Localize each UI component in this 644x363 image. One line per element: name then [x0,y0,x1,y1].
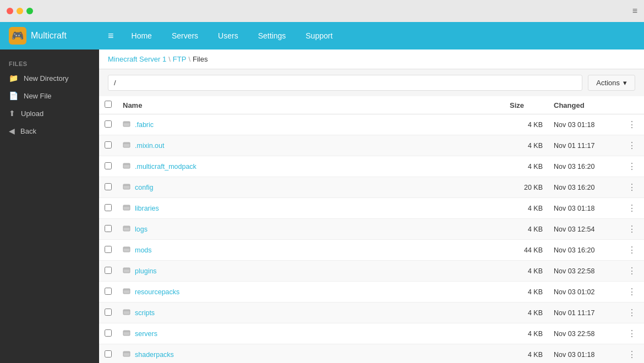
row-actions-cell: ⋮ [620,156,644,177]
sidebar-item-new-file[interactable]: 📄 New File [0,87,99,105]
row-changed: Nov 03 01:18 [548,114,620,135]
table-row: .multicraft_modpack 4 KB Nov 03 16:20 ⋮ [99,156,644,177]
row-menu-button[interactable]: ⋮ [625,306,638,319]
row-menu-button[interactable]: ⋮ [625,118,638,131]
row-actions-cell: ⋮ [620,344,644,364]
row-menu-button[interactable]: ⋮ [625,327,638,340]
row-checkbox[interactable] [105,309,112,316]
breadcrumb-sep-1: \ [168,55,171,63]
sidebar-item-back[interactable]: ◀ Back [0,122,99,140]
row-name-cell: .mixin.out [117,135,504,156]
actions-button[interactable]: Actions ▾ [588,75,635,91]
row-menu-button[interactable]: ⋮ [625,348,638,361]
row-checkbox[interactable] [105,141,112,148]
row-name[interactable]: libraries [135,205,159,212]
nav-toggle-icon[interactable]: ≡ [99,30,123,42]
svg-rect-9 [123,205,126,206]
nav-link-support[interactable]: Support [297,22,341,50]
svg-rect-15 [123,268,126,269]
row-menu-button[interactable]: ⋮ [625,202,638,215]
nav-link-users[interactable]: Users [209,22,247,50]
row-checkbox[interactable] [105,329,112,337]
nav-link-home[interactable]: Home [123,22,161,50]
row-menu-button[interactable]: ⋮ [625,285,638,298]
folder-icon [123,162,130,171]
path-bar: Actions ▾ [99,69,644,96]
row-checkbox[interactable] [105,225,112,232]
row-name-cell: servers [117,323,504,344]
sidebar-label-back: Back [20,127,36,135]
maximize-button[interactable] [26,8,33,14]
row-menu-button[interactable]: ⋮ [625,160,638,173]
brand-area: 🎮 Multicraft [0,22,99,50]
nav-link-servers[interactable]: Servers [163,22,207,50]
row-checkbox[interactable] [105,120,112,128]
th-checkbox [99,96,117,114]
row-name[interactable]: .multicraft_modpack [135,163,197,170]
sidebar-item-upload[interactable]: ⬆ Upload [0,105,99,122]
folder-icon [123,224,130,234]
nav-links: Home Servers Users Settings Support [123,22,342,50]
row-checkbox[interactable] [105,267,112,274]
row-checkbox-cell [99,198,117,219]
row-name[interactable]: shaderpacks [135,351,174,359]
folder-icon [123,141,130,150]
sidebar-label-new-file: New File [24,92,52,100]
row-name[interactable]: plugins [135,267,157,275]
row-name[interactable]: logs [135,226,148,233]
actions-chevron-icon: ▾ [623,79,627,87]
nav-link-settings[interactable]: Settings [249,22,295,50]
row-actions-cell: ⋮ [620,177,644,198]
sidebar-item-new-directory[interactable]: 📁 New Directory [0,69,99,87]
upload-icon: ⬆ [9,109,15,118]
row-name[interactable]: .mixin.out [135,142,165,150]
row-menu-button[interactable]: ⋮ [625,181,638,194]
row-name[interactable]: config [135,184,153,191]
path-input[interactable] [108,75,582,91]
row-changed: Nov 03 22:58 [548,323,620,344]
file-table: Name Size Changed .fabric 4 KB Nov 03 01… [99,96,644,363]
row-checkbox[interactable] [105,162,112,169]
sidebar-section-files: FILES [0,54,99,69]
folder-icon [123,308,130,317]
breadcrumb-ftp[interactable]: FTP [173,55,187,63]
row-checkbox[interactable] [105,204,112,211]
row-size: 4 KB [504,156,548,177]
row-checkbox-cell [99,261,117,282]
row-menu-button[interactable]: ⋮ [625,244,638,256]
row-name-cell: mods [117,240,504,261]
row-size: 4 KB [504,198,548,219]
table-row: scripts 4 KB Nov 01 11:17 ⋮ [99,302,644,323]
folder-icon [123,266,130,276]
row-menu-button[interactable]: ⋮ [625,265,638,277]
row-checkbox[interactable] [105,288,112,295]
row-actions-cell: ⋮ [620,219,644,240]
actions-label: Actions [596,79,620,87]
row-menu-button[interactable]: ⋮ [625,139,638,152]
hamburger-icon[interactable]: ≡ [632,6,637,16]
row-name[interactable]: mods [135,246,152,254]
row-checkbox[interactable] [105,246,112,253]
row-name[interactable]: .fabric [135,121,154,129]
row-checkbox[interactable] [105,350,112,358]
new-directory-icon: 📁 [9,74,18,82]
table-row: shaderpacks 4 KB Nov 03 01:18 ⋮ [99,344,644,364]
row-name[interactable]: scripts [135,309,155,317]
row-name[interactable]: resourcepacks [135,288,179,296]
close-button[interactable] [7,8,13,14]
row-checkbox-cell [99,282,117,302]
breadcrumb-server[interactable]: Minecraft Server 1 [108,55,166,63]
select-all-checkbox[interactable] [105,101,112,108]
row-changed: Nov 03 16:20 [548,177,620,198]
row-checkbox-cell [99,135,117,156]
folder-icon [123,350,130,359]
row-changed: Nov 01 11:17 [548,135,620,156]
row-actions-cell: ⋮ [620,282,644,302]
minimize-button[interactable] [17,8,23,14]
row-checkbox[interactable] [105,183,112,190]
table-row: logs 4 KB Nov 03 12:54 ⋮ [99,219,644,240]
row-actions-cell: ⋮ [620,135,644,156]
row-menu-button[interactable]: ⋮ [625,223,638,235]
brand-emoji: 🎮 [12,30,24,42]
row-name[interactable]: servers [135,330,157,338]
